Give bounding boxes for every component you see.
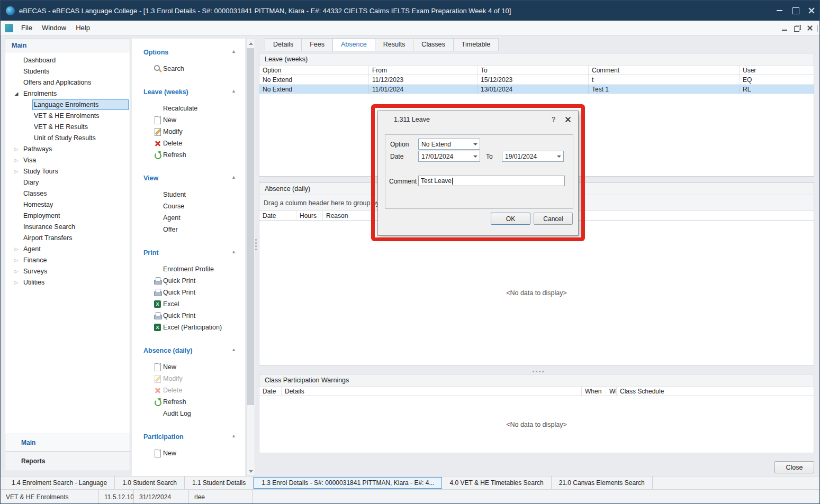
column-header-wh[interactable]: Wh (606, 387, 617, 396)
group-header-leave-weeks[interactable]: Leave (weeks) (132, 86, 245, 98)
taskbar-tab-enrolment-search[interactable]: 1.4 Enrolment Search - Language (4, 476, 115, 489)
sidebar-item-diary[interactable]: Diary (5, 177, 130, 188)
column-header-when[interactable]: When (582, 387, 606, 396)
scroll-down-icon[interactable] (247, 467, 255, 475)
tab-timetable[interactable]: Timetable (453, 38, 499, 51)
sidebar-item-employment[interactable]: Employment (5, 210, 130, 221)
panel-splitter-grip[interactable] (255, 239, 257, 253)
horizontal-splitter-grip[interactable] (533, 370, 545, 373)
column-header-date[interactable]: Date (259, 387, 282, 396)
sidebar-item-finance[interactable]: Finance (5, 254, 130, 265)
action-absence-new[interactable]: New (132, 361, 245, 373)
sidebar-item-offers-and-applications[interactable]: Offers and Applications (5, 77, 130, 88)
action-leave-modify[interactable]: Modify (132, 126, 245, 138)
sidebar-item-homestay[interactable]: Homestay (5, 199, 130, 210)
sidebar-item-airport-transfers[interactable]: Airport Transfers (5, 232, 130, 243)
close-icon[interactable] (560, 113, 576, 126)
collapsed-arrow-icon[interactable] (13, 280, 20, 285)
action-absence-delete[interactable]: Delete (132, 384, 245, 396)
column-header-option[interactable]: Option (259, 66, 369, 75)
column-header-comment[interactable]: Comment (589, 66, 740, 75)
dialog-titlebar[interactable]: 1.311 Leave (378, 111, 578, 128)
taskbar-tab-student-details[interactable]: 1.1 Student Details (185, 476, 254, 489)
action-print-enrolment-profile[interactable]: Enrolment Profile (132, 263, 245, 275)
help-icon[interactable] (547, 113, 560, 126)
action-leave-refresh[interactable]: Refresh (132, 149, 245, 161)
taskbar-tab-canvas-elements[interactable]: 21.0 Canvas Elements Search (552, 476, 653, 489)
sidebar-section-reports[interactable]: Reports (5, 451, 130, 471)
mdi-minimize-icon[interactable] (778, 22, 791, 34)
action-audit-log[interactable]: Audit Log (132, 408, 245, 419)
action-quick-print-3[interactable]: Quick Print (132, 310, 245, 322)
expanded-arrow-icon[interactable] (13, 91, 20, 96)
sidebar-item-vet-he-results[interactable]: VET & HE Results (5, 121, 130, 132)
sidebar-item-enrolments[interactable]: Enrolments (5, 88, 130, 99)
tab-details[interactable]: Details (265, 38, 302, 51)
comment-input[interactable]: Test Leave (418, 176, 565, 186)
column-header-to[interactable]: To (477, 66, 589, 75)
group-header-view[interactable]: View (132, 172, 245, 184)
action-view-course[interactable]: Course (132, 200, 245, 212)
sidebar-item-language-enrolments[interactable]: Language Enrolments (5, 99, 130, 110)
sidebar-item-visa[interactable]: Visa (5, 154, 130, 166)
sidebar-item-insurance-search[interactable]: Insurance Search (5, 221, 130, 232)
sidebar-item-utilities[interactable]: Utilities (5, 277, 130, 288)
collapsed-arrow-icon[interactable] (13, 246, 20, 252)
taskbar-tab-enrol-details[interactable]: 1.3 Enrol Details - S#: 0000031841 PITTM… (254, 477, 442, 489)
column-header-details[interactable]: Details (282, 387, 582, 396)
action-absence-modify[interactable]: Modify (132, 373, 245, 384)
sidebar-item-pathways[interactable]: Pathways (5, 143, 130, 154)
action-view-agent[interactable]: Agent (132, 212, 245, 224)
sidebar-item-students[interactable]: Students (5, 66, 130, 77)
sidebar-item-unit-of-study-results[interactable]: Unit of Study Results (5, 132, 130, 143)
close-icon[interactable] (804, 1, 819, 21)
tab-fees[interactable]: Fees (301, 38, 333, 51)
action-quick-print-2[interactable]: Quick Print (132, 287, 245, 298)
menu-help[interactable]: Help (71, 21, 95, 35)
taskbar-tab-vet-he-timetables[interactable]: 4.0 VET & HE Timetables Search (442, 476, 551, 489)
sidebar-item-dashboard[interactable]: Dashboard (5, 54, 130, 66)
tab-classes[interactable]: Classes (413, 38, 453, 51)
sidebar-section-main[interactable]: Main (5, 434, 130, 451)
collapsed-arrow-icon[interactable] (13, 158, 20, 163)
action-participation-new[interactable]: New (132, 447, 245, 459)
table-row[interactable]: No Extend 11/12/2023 15/12/2023 t EQ (259, 75, 814, 85)
scroll-up-icon[interactable] (247, 39, 255, 48)
collapsed-arrow-icon[interactable] (13, 169, 20, 174)
taskbar-tab-student-search[interactable]: 1.0 Student Search (115, 476, 185, 489)
tab-absence[interactable]: Absence (332, 38, 375, 51)
action-quick-print-1[interactable]: Quick Print (132, 275, 245, 287)
mdi-close-icon[interactable] (804, 22, 816, 34)
column-header-class-schedule[interactable]: Class Schedule (617, 387, 814, 396)
action-view-offer[interactable]: Offer (132, 224, 245, 235)
group-header-options[interactable]: Options (132, 47, 245, 58)
group-header-absence-daily[interactable]: Absence (daily) (132, 345, 245, 356)
action-absence-refresh[interactable]: Refresh (132, 396, 245, 408)
action-leave-delete[interactable]: Delete (132, 138, 245, 149)
collapsed-arrow-icon[interactable] (13, 146, 20, 152)
date-to-picker[interactable]: 19/01/2024 (502, 151, 564, 162)
mdi-restore-icon[interactable] (791, 22, 804, 34)
mdi-document-icon[interactable] (5, 24, 13, 32)
sidebar-item-surveys[interactable]: Surveys (5, 265, 130, 277)
date-from-picker[interactable]: 17/01/2024 (418, 151, 480, 162)
action-excel[interactable]: Excel (132, 298, 245, 310)
action-search[interactable]: Search (132, 63, 245, 75)
ok-button[interactable]: OK (491, 213, 530, 225)
column-header-user[interactable]: User (740, 66, 814, 75)
collapsed-arrow-icon[interactable] (13, 258, 20, 263)
tab-results[interactable]: Results (375, 38, 414, 51)
action-view-student[interactable]: Student (132, 189, 245, 200)
table-row-selected[interactable]: No Extend 11/01/2024 13/01/2024 Test 1 R… (259, 85, 814, 94)
column-header-hours[interactable]: Hours (296, 211, 323, 220)
chevron-down-icon[interactable] (817, 25, 817, 32)
minimize-icon[interactable] (772, 1, 788, 21)
sidebar-item-agent[interactable]: Agent (5, 243, 130, 254)
option-combobox[interactable]: No Extend (418, 139, 480, 150)
sidebar-item-classes[interactable]: Classes (5, 188, 130, 199)
action-recalculate[interactable]: Recalculate (132, 103, 245, 114)
cancel-button[interactable]: Cancel (534, 213, 573, 225)
sidebar-item-study-tours[interactable]: Study Tours (5, 166, 130, 177)
column-header-date[interactable]: Date (259, 211, 296, 220)
action-leave-new[interactable]: New (132, 114, 245, 126)
